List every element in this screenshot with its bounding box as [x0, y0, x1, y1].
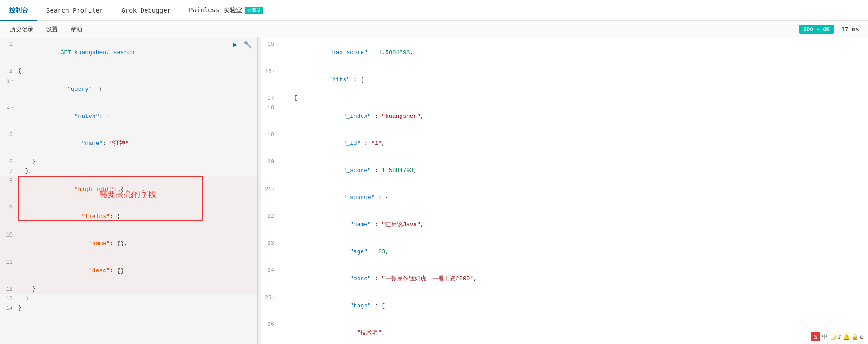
nav-item-grok-debugger[interactable]: Grok Debugger [112, 0, 180, 21]
nav-settings[interactable]: 设置 [41, 23, 63, 35]
run-button[interactable]: ▶ [230, 39, 240, 49]
right-code-area: 15 "max_score" : 1.5884793, 16 "hits" : … [261, 37, 868, 344]
line-content-13: } [16, 294, 257, 303]
line-content-5: "name": "狂神" [16, 130, 257, 157]
r-code-line-23: 23 "age" : 23, [261, 238, 868, 265]
line-content-7: }, [16, 167, 257, 176]
line-num-4: 4 [0, 103, 16, 113]
r-line-num-22: 22 [261, 211, 278, 221]
line-content-1: GET kuangshen/_search [16, 39, 257, 66]
response-time: 17 ms [837, 26, 863, 33]
second-nav-left: 历史记录 设置 帮助 [5, 23, 88, 35]
code-line-6: 6 } [0, 157, 257, 167]
r-code-line-17: 17 { [261, 93, 868, 103]
r-line-content-15: "max_score" : 1.5884793, [278, 39, 868, 66]
r-line-content-23: "age" : 23, [278, 238, 868, 265]
left-annotation-label: 需要高亮的字段 [99, 190, 156, 199]
r-line-num-18: 18 [261, 103, 278, 112]
r-line-num-17: 17 [261, 93, 278, 103]
line-num-10: 10 [0, 230, 16, 240]
panel-divider[interactable]: ⋮ [258, 37, 261, 344]
line-content-9: "fields": { [16, 203, 257, 230]
r-line-num-21: 21 [261, 184, 278, 194]
second-navigation: 历史记录 设置 帮助 200 - OK 17 ms [0, 21, 868, 37]
editor-toolbar: ▶ 🔧 [230, 39, 253, 49]
line-num-12: 12 [0, 284, 16, 294]
line-content-2: { [16, 66, 257, 75]
r-code-line-22: 22 "name" : "狂神说Java", [261, 211, 868, 238]
nav-help[interactable]: 帮助 [65, 23, 88, 35]
code-line-13: 13 } [0, 294, 257, 303]
r-line-num-15: 15 [261, 39, 278, 49]
line-num-13: 13 [0, 294, 16, 303]
line-content-12: } [16, 284, 257, 293]
line-num-1: 1 [0, 39, 16, 49]
r-line-num-23: 23 [261, 238, 278, 248]
main-content: ▶ 🔧 1 GET kuangshen/_search 2 { [0, 37, 868, 344]
r-line-content-16: "hits" : [ [278, 66, 868, 93]
line-num-14: 14 [0, 303, 16, 313]
line-num-7: 7 [0, 167, 16, 176]
r-code-line-26: 26 "技术宅", [261, 320, 868, 344]
code-line-14: 14 } [0, 303, 257, 313]
r-line-content-25: "tags" : [ [278, 293, 868, 320]
right-result-panel: 15 "max_score" : 1.5884793, 16 "hits" : … [261, 37, 868, 344]
watermark-s-logo: S [811, 332, 820, 341]
r-line-num-20: 20 [261, 157, 278, 167]
line-content-4: "match": { [16, 103, 257, 130]
line-num-6: 6 [0, 157, 16, 167]
line-content-11: "desc": {} [16, 257, 257, 284]
r-line-content-18: "_index" : "kuangshen", [278, 103, 868, 130]
r-code-line-20: 20 "_score" : 1.5884793, [261, 157, 868, 184]
nav-item-painless[interactable]: Painless 实验室 公测版 [180, 0, 272, 21]
top-navigation: 控制台 Search Profiler Grok Debugger Painle… [0, 0, 868, 21]
line-content-14: } [16, 303, 257, 312]
code-line-1: 1 GET kuangshen/_search [0, 39, 257, 66]
r-code-line-18: 18 "_index" : "kuangshen", [261, 103, 868, 130]
line-content-6: } [16, 157, 257, 166]
line-num-3: 3 [0, 76, 16, 86]
left-panel-inner: ▶ 🔧 1 GET kuangshen/_search 2 { [0, 37, 257, 315]
watermark: S 中 🌙 ♪ 🔔 🔒 ⚙ [811, 332, 863, 341]
r-line-num-25: 25 [261, 293, 278, 302]
line-content-3: "query": { [16, 76, 257, 103]
r-code-line-16: 16 "hits" : [ [261, 66, 868, 93]
r-line-content-20: "_score" : 1.5884793, [278, 157, 868, 184]
r-line-content-26: "技术宅", [278, 320, 868, 344]
r-code-line-19: 19 "_id" : "1", [261, 130, 868, 157]
r-code-line-15: 15 "max_score" : 1.5884793, [261, 39, 868, 66]
code-line-3: 3 "query": { [0, 76, 257, 103]
painless-badge: 公测版 [245, 7, 263, 14]
r-code-line-25: 25 "tags" : [ [261, 293, 868, 320]
r-line-num-24: 24 [261, 265, 278, 275]
code-line-12: 12 } [0, 284, 257, 294]
line-num-8: 8 [0, 176, 16, 186]
code-line-7: 7 }, [0, 167, 257, 176]
code-line-10: 10 "name": {}, [0, 230, 257, 257]
left-editor-panel: ▶ 🔧 1 GET kuangshen/_search 2 { [0, 37, 258, 344]
code-line-9: 9 "fields": { [0, 203, 257, 230]
status-badge: 200 - OK [799, 25, 834, 34]
r-line-num-16: 16 [261, 66, 278, 76]
r-code-line-21: 21 "_source" : { [261, 184, 868, 211]
r-line-num-26: 26 [261, 320, 278, 329]
line-num-11: 11 [0, 257, 16, 267]
code-line-5: 5 "name": "狂神" [0, 130, 257, 157]
wrench-icon[interactable]: 🔧 [243, 39, 253, 49]
code-line-2: 2 { [0, 66, 257, 76]
line-content-10: "name": {}, [16, 230, 257, 257]
watermark-icons: 中 🌙 ♪ 🔔 🔒 ⚙ [822, 333, 863, 341]
nav-item-console[interactable]: 控制台 [0, 0, 37, 21]
right-panel-inner: 15 "max_score" : 1.5884793, 16 "hits" : … [261, 37, 868, 344]
nav-history[interactable]: 历史记录 [5, 23, 39, 35]
r-line-content-22: "name" : "狂神说Java", [278, 211, 868, 238]
line-num-5: 5 [0, 130, 16, 139]
code-line-4: 4 "match": { [0, 103, 257, 130]
r-line-num-19: 19 [261, 130, 278, 139]
left-code-area: 1 GET kuangshen/_search 2 { 3 "query": { [0, 37, 257, 315]
line-num-2: 2 [0, 66, 16, 76]
nav-item-search-profiler[interactable]: Search Profiler [37, 0, 112, 21]
r-line-content-21: "_source" : { [278, 184, 868, 211]
r-line-content-24: "desc" : "一顿操作猛如虎，一看工资2500", [278, 265, 868, 293]
r-line-content-17: { [278, 93, 868, 102]
